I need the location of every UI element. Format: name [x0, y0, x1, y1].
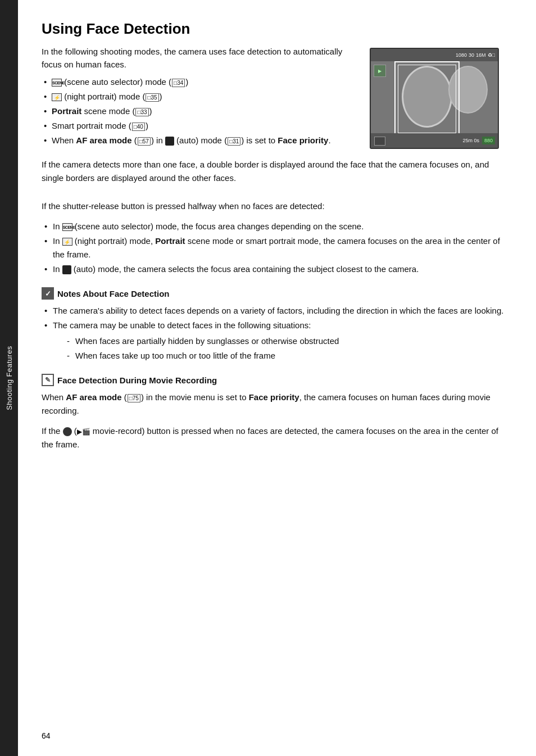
cam-bottom-text1: 25m 0s: [462, 138, 479, 143]
notes-checkmark-icon: ✓: [42, 287, 54, 300]
bullet5-text: When AF area mode (□57) in (auto) mode (…: [52, 135, 331, 145]
portrait-bold: Portrait: [52, 106, 81, 116]
notes-sub-bullets: When faces are partially hidden by sungl…: [64, 334, 510, 363]
intro-bullet-4: Smart portrait mode (□40): [42, 119, 356, 133]
cam-left-icons: ▶: [374, 65, 386, 77]
cam-topbar-text4: ♻□: [488, 52, 495, 58]
face-priority-bold-1: Face priority: [278, 135, 328, 145]
ref-31: □31: [228, 137, 240, 146]
bullet4-text: Smart portrait mode (□40): [52, 121, 148, 130]
notes-bullet-2: The camera may be unable to detect faces…: [42, 319, 510, 363]
night-portrait-icon-2: ⚡: [62, 238, 72, 246]
ref-57: □57: [138, 137, 151, 146]
page-title: Using Face Detection: [42, 20, 510, 38]
notes-sub-bullet-1: When faces are partially hidden by sungl…: [64, 334, 510, 348]
sub-bullet1-text: When faces are partially hidden by sungl…: [75, 336, 339, 346]
side-tab: Shooting Features: [0, 0, 18, 756]
auto-camera-icon: [165, 137, 174, 146]
af-area-mode-bold-1: AF area mode: [76, 135, 131, 145]
side-tab-label: Shooting Features: [5, 346, 13, 410]
night-portrait-icon: ⚡: [52, 93, 62, 101]
page-number: 64: [42, 731, 51, 740]
body-paragraph2: If the shutter-release button is pressed…: [42, 200, 510, 213]
notes-bullets: The camera's ability to detect faces dep…: [42, 304, 510, 363]
camera-diagram: 1080 30 16M ♻□ ▶: [370, 48, 510, 149]
intro-paragraph: In the following shooting modes, the cam…: [42, 46, 356, 71]
halfpress-bullet-2: In ⚡ (night portrait) mode, Portrait sce…: [42, 234, 510, 261]
face-priority-bold-3: Face priority: [249, 392, 299, 402]
notes-header: ✓ Notes About Face Detection: [42, 287, 510, 300]
spacer1: [42, 192, 510, 200]
portrait-bold-2: Portrait: [155, 236, 185, 246]
movie-record-symbol: ▶🎬: [77, 428, 90, 436]
halfpress-bullet-3: In (auto) mode, the camera selects the f…: [42, 262, 510, 276]
notes-bullet1-text: The camera's ability to detect faces dep…: [53, 306, 503, 315]
movie-paragraph1: When AF area mode (□75) in the movie men…: [42, 391, 510, 418]
auto-icon-2: [62, 265, 71, 274]
movie-pencil-icon: ✎: [42, 374, 54, 386]
movie-section: ✎ Face Detection During Movie Recording …: [42, 374, 510, 451]
intro-bullet-2: ⚡ (night portrait) mode (□35): [42, 90, 356, 103]
scene-auto-selector-icon: SCENE: [52, 79, 62, 87]
focus-box-outer: [394, 61, 460, 137]
body-paragraph1: If the camera detects more than one face…: [42, 158, 510, 185]
bullet1-text: (scene auto selector) mode (□34): [64, 77, 188, 87]
ref-35: □35: [146, 93, 158, 102]
focus-box-inner: [398, 65, 456, 133]
halfpress-bullet2-text: In ⚡ (night portrait) mode, Portrait sce…: [53, 236, 500, 259]
cam-bottom-left-icon: [374, 137, 385, 146]
cam-topbar-text3: 16M: [476, 52, 486, 58]
halfpress-bullets: In SCENE (scene auto selector) mode, the…: [42, 220, 510, 276]
intro-bullet-3: Portrait scene mode (□33): [42, 105, 356, 118]
camera-screen-inner: 1080 30 16M ♻□ ▶: [371, 49, 498, 148]
movie-paragraph2: If the (▶🎬 movie-record) button is press…: [42, 424, 510, 451]
intro-bullet-5: When AF area mode (□57) in (auto) mode (…: [42, 134, 356, 147]
halfpress-bullet3-text: In (auto) mode, the camera selects the f…: [53, 264, 419, 274]
ref-33: □33: [135, 108, 148, 116]
bullet2-text: (night portrait) mode (□35): [64, 92, 162, 101]
intro-section: In the following shooting modes, the cam…: [42, 46, 510, 149]
intro-bullet-1: SCENE (scene auto selector) mode (□34): [42, 75, 356, 89]
cam-green-box: 880: [482, 137, 495, 144]
af-area-mode-bold-3: AF area mode: [66, 392, 121, 402]
intro-text: In the following shooting modes, the cam…: [42, 46, 356, 149]
ref-40: □40: [132, 123, 145, 131]
notes-bullet-1: The camera's ability to detect faces dep…: [42, 304, 510, 318]
notes-sub-bullet-2: When faces take up too much or too littl…: [64, 349, 510, 363]
page-container: Shooting Features Using Face Detection I…: [0, 0, 536, 756]
movie-header: ✎ Face Detection During Movie Recording: [42, 374, 510, 386]
cam-topbar-text2: 30: [469, 52, 474, 58]
intro-bullets: SCENE (scene auto selector) mode (□34) ⚡…: [42, 75, 356, 147]
bullet3-text: scene mode (□33): [81, 106, 152, 116]
notes-bullet2-text: The camera may be unable to detect faces…: [53, 320, 311, 330]
notes-title: Notes About Face Detection: [57, 289, 169, 298]
halfpress-bullet1-text: In SCENE (scene auto selector) mode, the…: [53, 221, 364, 231]
movie-title: Face Detection During Movie Recording: [57, 375, 217, 385]
cam-left-icon-1: ▶: [374, 65, 386, 77]
main-content: Using Face Detection In the following sh…: [18, 0, 536, 756]
sub-bullet2-text: When faces take up too much or too littl…: [75, 351, 275, 360]
movie-record-button-icon: [63, 427, 72, 436]
notes-section: ✓ Notes About Face Detection The camera'…: [42, 287, 510, 363]
cam-bottombar: 25m 0s 880: [371, 133, 498, 148]
halfpress-bullet-1: In SCENE (scene auto selector) mode, the…: [42, 220, 510, 233]
scene-icon-2: SCENE: [62, 223, 72, 231]
camera-screen: 1080 30 16M ♻□ ▶: [370, 48, 499, 149]
cam-topbar: 1080 30 16M ♻□: [371, 49, 498, 61]
ref-75: □75: [128, 394, 140, 402]
cam-topbar-text1: 1080: [456, 52, 467, 58]
ref-34: □34: [172, 79, 185, 87]
